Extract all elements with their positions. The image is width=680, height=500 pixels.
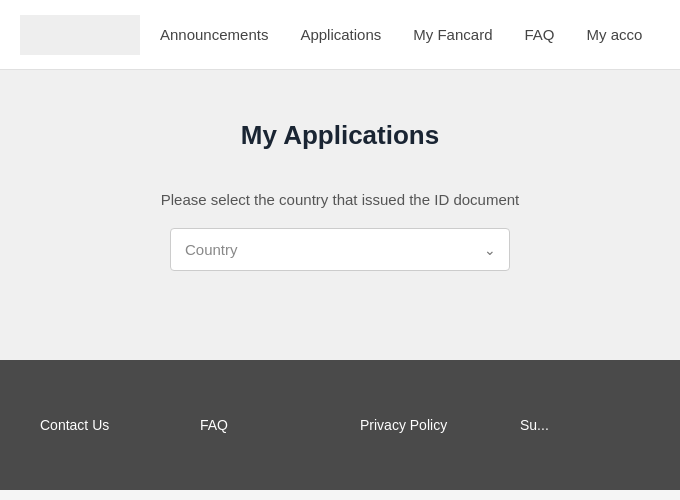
- main-nav: Announcements Applications My Fancard FA…: [160, 26, 660, 43]
- nav-item-announcements[interactable]: Announcements: [160, 26, 268, 43]
- nav-item-applications[interactable]: Applications: [300, 26, 381, 43]
- footer: Contact Us FAQ Privacy Policy Su...: [0, 360, 680, 490]
- header: Announcements Applications My Fancard FA…: [0, 0, 680, 70]
- footer-links: Contact Us FAQ Privacy Policy Su...: [40, 417, 680, 433]
- footer-link-faq[interactable]: FAQ: [200, 417, 360, 433]
- country-select-wrapper: CountryAfghanistanAlbaniaAlgeriaArgentin…: [170, 228, 510, 271]
- subtitle: Please select the country that issued th…: [161, 191, 520, 208]
- logo: [20, 15, 140, 55]
- country-select[interactable]: CountryAfghanistanAlbaniaAlgeriaArgentin…: [170, 228, 510, 271]
- footer-link-support[interactable]: Su...: [520, 417, 680, 433]
- page-title: My Applications: [241, 120, 439, 151]
- main-content: My Applications Please select the countr…: [0, 70, 680, 360]
- nav-item-my-account[interactable]: My acco: [587, 26, 643, 43]
- nav-item-my-fancard[interactable]: My Fancard: [413, 26, 492, 43]
- nav-item-faq[interactable]: FAQ: [525, 26, 555, 43]
- footer-link-contact-us[interactable]: Contact Us: [40, 417, 200, 433]
- footer-link-privacy-policy[interactable]: Privacy Policy: [360, 417, 520, 433]
